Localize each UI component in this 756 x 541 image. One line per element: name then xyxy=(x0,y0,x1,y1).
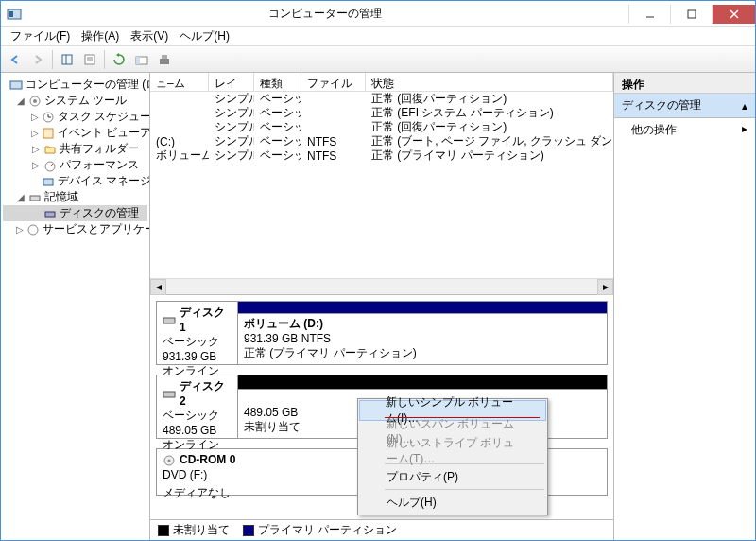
tree-services[interactable]: ▷サービスとアプリケーション xyxy=(3,221,147,237)
minimize-button[interactable] xyxy=(628,5,670,24)
disk-1[interactable]: ディスク 1 ベーシック 931.39 GB オンライン ボリューム (D:) … xyxy=(156,301,608,365)
back-button[interactable] xyxy=(5,49,26,70)
properties-button[interactable] xyxy=(79,49,100,70)
volume-list-body[interactable]: シンプルベーシック正常 (回復パーティション)シンプルベーシック正常 (EFI … xyxy=(150,92,613,278)
perf-icon xyxy=(43,159,57,172)
tree-task[interactable]: ▷タスク スケジューラ xyxy=(3,109,147,125)
disk-icon xyxy=(43,207,57,220)
settings-button[interactable] xyxy=(154,49,175,70)
svg-rect-6 xyxy=(62,55,72,64)
menu-action[interactable]: 操作(A) xyxy=(76,26,125,46)
scroll-left-button[interactable]: ◂ xyxy=(150,279,166,295)
svg-rect-15 xyxy=(10,81,22,89)
folder-icon xyxy=(43,143,57,156)
collapse-icon: ▴ xyxy=(742,99,747,113)
help-button[interactable] xyxy=(131,49,152,70)
cdrom-icon xyxy=(163,454,176,467)
forward-button[interactable] xyxy=(27,49,48,70)
col-status[interactable]: 状態 xyxy=(366,73,613,91)
col-fs[interactable]: ファイル システム xyxy=(301,73,366,91)
actions-other[interactable]: 他の操作 ▸ xyxy=(614,118,755,142)
svg-rect-1 xyxy=(9,11,13,17)
actions-header: 操作 xyxy=(614,73,755,94)
menu-file[interactable]: ファイル(F) xyxy=(5,26,76,46)
tree-event[interactable]: ▷イベント ビューアー xyxy=(3,125,147,141)
volume-list-header: ュ–ム レイアウト 種類 ファイル システム 状態 xyxy=(150,73,613,92)
ctx-help[interactable]: ヘルプ(H) xyxy=(360,492,545,513)
menu-view[interactable]: 表示(V) xyxy=(125,26,174,46)
col-volume[interactable]: ュ–ム xyxy=(150,73,209,91)
computer-icon xyxy=(9,79,23,92)
volume-row[interactable]: ボリューム (D:)シンプルベーシックNTFS正常 (プライマリ パーティション… xyxy=(150,148,613,163)
actions-panel: 操作 ディスクの管理 ▴ 他の操作 ▸ xyxy=(613,73,755,540)
svg-rect-28 xyxy=(163,318,175,323)
menu-help[interactable]: ヘルプ(H) xyxy=(174,26,235,46)
tools-icon xyxy=(28,95,42,108)
tree-systools[interactable]: ◢システム ツール xyxy=(3,93,147,109)
volume-row[interactable]: シンプルベーシック正常 (回復パーティション) xyxy=(150,92,613,106)
show-hide-button[interactable] xyxy=(57,49,77,70)
services-icon xyxy=(26,223,40,236)
col-type[interactable]: 種類 xyxy=(254,73,301,91)
storage-icon xyxy=(28,191,42,204)
refresh-button[interactable] xyxy=(109,49,129,70)
tree-diskmgmt[interactable]: ▷ディスクの管理 xyxy=(3,205,147,221)
disk-2-label: ディスク 2 ベーシック 489.05 GB オンライン xyxy=(157,375,238,438)
tree-shared[interactable]: ▷共有フォルダー xyxy=(3,141,147,157)
chevron-right-icon: ▸ xyxy=(742,122,747,138)
ctx-new-stripe-volume: 新しいストライプ ボリューム(T)… xyxy=(360,441,545,462)
svg-rect-12 xyxy=(136,57,140,64)
disk-icon xyxy=(163,314,176,327)
ctx-properties[interactable]: プロパティ(P) xyxy=(360,466,545,487)
tree-devmgr[interactable]: ▷デバイス マネージャー xyxy=(3,173,147,189)
toolbar xyxy=(1,46,755,73)
actions-selected[interactable]: ディスクの管理 ▴ xyxy=(614,94,755,118)
svg-rect-24 xyxy=(43,179,53,185)
tree-storage[interactable]: ◢記憶域 xyxy=(3,189,147,205)
horizontal-scrollbar[interactable]: ◂ ▸ xyxy=(150,278,613,294)
disk-1-volume[interactable]: ボリューム (D:) 931.39 GB NTFS 正常 (プライマリ パーティ… xyxy=(238,302,607,364)
volume-row[interactable]: シンプルベーシック正常 (回復パーティション) xyxy=(150,120,613,134)
close-button[interactable] xyxy=(712,5,755,24)
menu-bar: ファイル(F) 操作(A) 表示(V) ヘルプ(H) xyxy=(1,27,755,46)
volume-list: ュ–ム レイアウト 種類 ファイル システム 状態 シンプルベーシック正常 (回… xyxy=(150,73,613,295)
navigation-tree[interactable]: コンピューターの管理 (ローカル) ◢システム ツール ▷タスク スケジューラ … xyxy=(1,73,150,540)
svg-rect-14 xyxy=(162,55,167,59)
scroll-right-button[interactable]: ▸ xyxy=(597,279,613,295)
svg-rect-25 xyxy=(30,196,40,201)
title-bar: コンピューターの管理 xyxy=(1,1,755,27)
svg-rect-26 xyxy=(45,212,55,217)
svg-rect-3 xyxy=(688,10,696,18)
app-icon xyxy=(7,7,22,22)
svg-point-17 xyxy=(33,99,37,103)
event-icon xyxy=(42,127,55,140)
disk-1-label: ディスク 1 ベーシック 931.39 GB オンライン xyxy=(157,302,238,364)
svg-rect-13 xyxy=(160,59,169,64)
maximize-button[interactable] xyxy=(670,5,712,24)
disk-icon xyxy=(163,388,176,401)
svg-point-27 xyxy=(28,225,38,235)
svg-rect-29 xyxy=(163,392,175,397)
clock-icon xyxy=(42,111,55,124)
volume-row[interactable]: シンプルベーシック正常 (EFI システム パーティション) xyxy=(150,106,613,120)
window-title: コンピューターの管理 xyxy=(22,6,628,22)
legend: 未割り当て プライマリ パーティション xyxy=(150,519,613,540)
svg-rect-21 xyxy=(43,129,53,138)
context-menu: 新しいシンプル ボリューム(I)… 新しいスパン ボリューム(N)… 新しいスト… xyxy=(357,398,548,515)
tree-perf[interactable]: ▷パフォーマンス xyxy=(3,157,147,173)
col-layout[interactable]: レイアウト xyxy=(209,73,254,91)
tree-root[interactable]: コンピューターの管理 (ローカル) xyxy=(3,77,147,93)
volume-row[interactable]: (C:)シンプルベーシックNTFS正常 (ブート, ページ ファイル, クラッシ… xyxy=(150,134,613,148)
device-icon xyxy=(42,175,55,188)
svg-point-31 xyxy=(168,459,171,462)
